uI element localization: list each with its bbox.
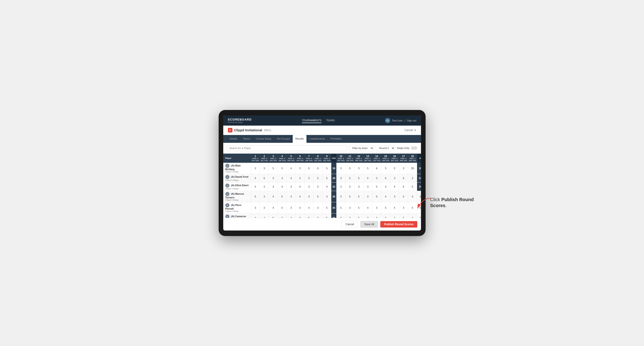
score-input[interactable]: [383, 206, 388, 209]
score-input[interactable]: [356, 195, 362, 198]
score-input[interactable]: [374, 177, 379, 179]
score-out-7[interactable]: [304, 182, 314, 191]
score-input[interactable]: [315, 167, 321, 170]
score-out-2[interactable]: [260, 202, 269, 213]
score-input[interactable]: [252, 177, 258, 179]
score-input[interactable]: [392, 216, 397, 218]
score-out-9[interactable]: [322, 191, 331, 202]
score-input[interactable]: [338, 177, 344, 179]
round-select[interactable]: Round 3: [376, 145, 395, 151]
score-in-13[interactable]: [363, 191, 372, 202]
score-out-2[interactable]: [260, 213, 269, 218]
score-in-14[interactable]: [372, 174, 381, 182]
score-in-14[interactable]: [372, 213, 381, 218]
score-out-7[interactable]: [304, 191, 314, 202]
score-in-12[interactable]: [354, 213, 363, 218]
score-out-4[interactable]: [278, 174, 287, 182]
cancel-header-button[interactable]: Cancel ✕: [404, 129, 416, 132]
score-input[interactable]: [410, 185, 415, 188]
score-in-13[interactable]: [363, 202, 372, 213]
score-input[interactable]: [306, 177, 312, 179]
score-in-11[interactable]: [345, 191, 354, 202]
tab-leaderboards[interactable]: Leaderboards: [306, 135, 328, 143]
score-input[interactable]: [306, 216, 312, 218]
score-in-10[interactable]: [336, 163, 345, 174]
score-input[interactable]: [418, 216, 421, 218]
score-input[interactable]: [252, 195, 258, 198]
score-out-5[interactable]: [287, 174, 296, 182]
score-input[interactable]: [297, 216, 303, 218]
score-out-4[interactable]: [278, 202, 287, 213]
score-input[interactable]: [356, 206, 362, 209]
score-in-13[interactable]: [363, 163, 372, 174]
score-out-2[interactable]: [260, 174, 269, 182]
score-input[interactable]: [288, 185, 294, 188]
score-input[interactable]: [297, 185, 303, 188]
nav-link-tournaments[interactable]: TOURNAMENTS: [302, 118, 322, 123]
score-in-15[interactable]: [381, 213, 390, 218]
score-out-7[interactable]: [304, 174, 314, 182]
score-input[interactable]: [324, 167, 330, 170]
score-input[interactable]: [383, 216, 388, 218]
sign-out-link[interactable]: Sign out: [407, 119, 416, 122]
score-input[interactable]: [338, 206, 344, 209]
score-input[interactable]: [401, 167, 406, 170]
score-input[interactable]: [279, 195, 285, 198]
score-out-2[interactable]: [260, 163, 269, 174]
score-input[interactable]: [324, 195, 330, 198]
score-input[interactable]: [356, 167, 362, 170]
score-in-10[interactable]: [336, 191, 345, 202]
score-in-16[interactable]: [390, 163, 399, 174]
score-input[interactable]: [315, 195, 321, 198]
score-input[interactable]: [262, 177, 267, 179]
score-input[interactable]: [410, 177, 415, 179]
score-in-16[interactable]: [390, 182, 399, 191]
score-input[interactable]: [262, 195, 267, 198]
score-input[interactable]: [306, 167, 312, 170]
score-input[interactable]: [262, 185, 267, 188]
score-input[interactable]: [297, 167, 303, 170]
score-input[interactable]: [383, 185, 388, 188]
score-input[interactable]: [401, 216, 406, 218]
score-in-17[interactable]: [399, 182, 408, 191]
score-in-17[interactable]: [399, 191, 408, 202]
score-in-17[interactable]: [399, 174, 408, 182]
score-out-3[interactable]: [269, 163, 278, 174]
score-input[interactable]: [288, 177, 294, 179]
score-out-8[interactable]: [314, 191, 322, 202]
score-in-11[interactable]: [345, 163, 354, 174]
score-out-1[interactable]: [251, 191, 260, 202]
score-input[interactable]: [297, 195, 303, 198]
score-out-6[interactable]: [296, 213, 304, 218]
score-in-10[interactable]: [336, 213, 345, 218]
score-input[interactable]: [262, 206, 267, 209]
score-input[interactable]: [306, 195, 312, 198]
score-input[interactable]: [392, 195, 397, 198]
score-out-8[interactable]: [314, 213, 322, 218]
score-out-9[interactable]: [322, 213, 331, 218]
score-input[interactable]: [324, 216, 330, 218]
score-out-2[interactable]: [260, 191, 269, 202]
score-out-7[interactable]: [304, 213, 314, 218]
score-out-4[interactable]: [278, 213, 287, 218]
score-input[interactable]: [288, 216, 294, 218]
score-input[interactable]: [252, 185, 258, 188]
score-out-5[interactable]: [287, 163, 296, 174]
score-input[interactable]: [338, 195, 344, 198]
score-in-15[interactable]: [381, 191, 390, 202]
score-input[interactable]: [252, 167, 258, 170]
score-input[interactable]: [347, 216, 353, 218]
score-input[interactable]: [410, 206, 415, 209]
score-input[interactable]: [374, 167, 379, 170]
score-input[interactable]: [279, 206, 285, 209]
score-input[interactable]: [270, 177, 276, 179]
score-in-15[interactable]: [381, 174, 390, 182]
score-input[interactable]: [262, 216, 267, 218]
score-input[interactable]: [392, 167, 397, 170]
score-input[interactable]: [324, 206, 330, 209]
score-input[interactable]: [270, 185, 276, 188]
score-in-12[interactable]: [354, 163, 363, 174]
tab-course-setup[interactable]: Course Setup: [253, 135, 274, 143]
score-input[interactable]: [288, 195, 294, 198]
score-out-8[interactable]: [314, 182, 322, 191]
